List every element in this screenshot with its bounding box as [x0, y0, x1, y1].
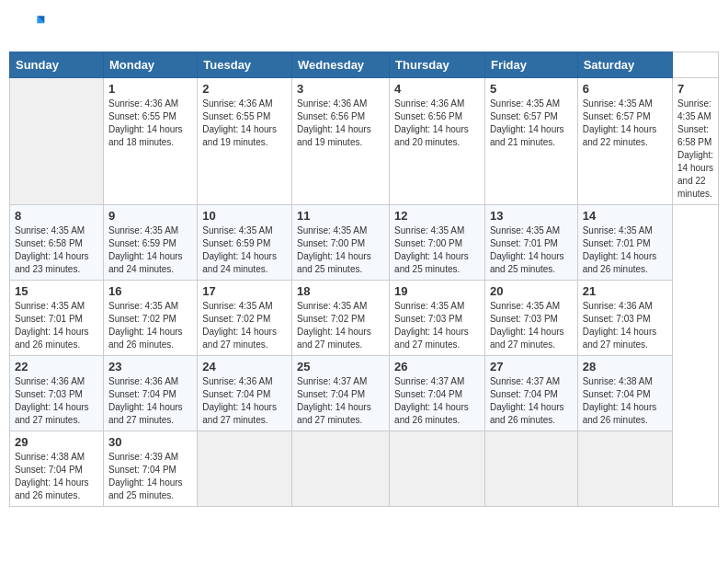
day-cell-15: 15Sunrise: 4:35 AMSunset: 7:01 PMDayligh…: [10, 281, 104, 356]
day-number: 16: [108, 284, 192, 298]
day-cell-12: 12Sunrise: 4:35 AMSunset: 7:00 PMDayligh…: [390, 205, 485, 281]
day-cell-10: 10Sunrise: 4:35 AMSunset: 6:59 PMDayligh…: [198, 205, 292, 281]
day-number: 29: [15, 435, 98, 449]
day-number: 17: [202, 284, 287, 298]
day-cell-24: 24Sunrise: 4:36 AMSunset: 7:04 PMDayligh…: [198, 356, 292, 431]
day-number: 27: [490, 360, 573, 373]
day-number: 1: [108, 82, 192, 96]
day-number: 21: [583, 284, 667, 298]
day-number: 14: [583, 209, 667, 223]
empty-cell: [484, 431, 577, 507]
day-info: Sunrise: 4:38 AMSunset: 7:04 PMDaylight:…: [583, 375, 667, 427]
day-info: Sunrise: 4:36 AMSunset: 6:56 PMDaylight:…: [394, 98, 480, 149]
day-cell-1: 1Sunrise: 4:36 AMSunset: 6:55 PMDaylight…: [103, 78, 197, 205]
day-number: 24: [202, 360, 287, 373]
calendar-week-1: 1Sunrise: 4:36 AMSunset: 6:55 PMDaylight…: [10, 78, 719, 205]
day-cell-3: 3Sunrise: 4:36 AMSunset: 6:56 PMDaylight…: [292, 78, 390, 205]
empty-cell: [390, 431, 485, 507]
day-info: Sunrise: 4:35 AMSunset: 7:02 PMDaylight:…: [202, 300, 287, 351]
day-number: 25: [297, 360, 384, 373]
column-header-saturday: Saturday: [577, 52, 672, 78]
calendar-week-4: 22Sunrise: 4:36 AMSunset: 7:03 PMDayligh…: [10, 356, 719, 431]
day-info: Sunrise: 4:35 AMSunset: 6:58 PMDaylight:…: [677, 98, 713, 201]
day-info: Sunrise: 4:35 AMSunset: 7:03 PMDaylight:…: [490, 300, 573, 351]
day-info: Sunrise: 4:36 AMSunset: 7:03 PMDaylight:…: [583, 300, 667, 351]
calendar-header-row: SundayMondayTuesdayWednesdayThursdayFrid…: [10, 52, 719, 78]
column-header-thursday: Thursday: [390, 52, 485, 78]
day-info: Sunrise: 4:36 AMSunset: 7:03 PMDaylight:…: [15, 375, 98, 427]
day-cell-16: 16Sunrise: 4:35 AMSunset: 7:02 PMDayligh…: [103, 281, 197, 356]
day-info: Sunrise: 4:35 AMSunset: 7:03 PMDaylight:…: [394, 300, 480, 351]
day-number: 19: [394, 284, 480, 298]
day-info: Sunrise: 4:35 AMSunset: 6:59 PMDaylight:…: [108, 224, 192, 276]
day-cell-30: 30Sunrise: 4:39 AMSunset: 7:04 PMDayligh…: [103, 431, 197, 507]
day-number: 11: [297, 209, 384, 223]
day-cell-29: 29Sunrise: 4:38 AMSunset: 7:04 PMDayligh…: [10, 431, 104, 507]
day-cell-7: 7Sunrise: 4:35 AMSunset: 6:58 PMDaylight…: [673, 78, 719, 205]
day-info: Sunrise: 4:35 AMSunset: 7:00 PMDaylight:…: [297, 224, 384, 276]
day-info: Sunrise: 4:36 AMSunset: 6:55 PMDaylight:…: [202, 98, 287, 149]
day-cell-11: 11Sunrise: 4:35 AMSunset: 7:00 PMDayligh…: [292, 205, 390, 281]
day-cell-4: 4Sunrise: 4:36 AMSunset: 6:56 PMDaylight…: [390, 78, 485, 205]
day-info: Sunrise: 4:35 AMSunset: 7:01 PMDaylight:…: [15, 300, 98, 351]
day-number: 6: [583, 82, 667, 96]
day-cell-19: 19Sunrise: 4:35 AMSunset: 7:03 PMDayligh…: [390, 281, 485, 356]
day-number: 2: [202, 82, 287, 96]
day-cell-2: 2Sunrise: 4:36 AMSunset: 6:55 PMDaylight…: [198, 78, 292, 205]
calendar-week-5: 29Sunrise: 4:38 AMSunset: 7:04 PMDayligh…: [10, 431, 719, 507]
day-number: 26: [394, 360, 480, 373]
empty-cell: [198, 431, 292, 507]
day-cell-23: 23Sunrise: 4:36 AMSunset: 7:04 PMDayligh…: [103, 356, 197, 431]
calendar-week-2: 8Sunrise: 4:35 AMSunset: 6:58 PMDaylight…: [10, 205, 719, 281]
column-header-wednesday: Wednesday: [292, 52, 390, 78]
day-number: 23: [108, 360, 192, 373]
day-info: Sunrise: 4:35 AMSunset: 6:58 PMDaylight:…: [15, 224, 98, 276]
empty-cell: [10, 78, 104, 205]
day-number: 20: [490, 284, 573, 298]
day-info: Sunrise: 4:36 AMSunset: 6:56 PMDaylight:…: [297, 98, 384, 149]
day-info: Sunrise: 4:37 AMSunset: 7:04 PMDaylight:…: [394, 375, 480, 427]
day-number: 15: [15, 284, 98, 298]
day-info: Sunrise: 4:38 AMSunset: 7:04 PMDaylight:…: [15, 451, 98, 502]
day-cell-18: 18Sunrise: 4:35 AMSunset: 7:02 PMDayligh…: [292, 281, 390, 356]
day-number: 9: [108, 209, 192, 223]
day-info: Sunrise: 4:35 AMSunset: 6:57 PMDaylight:…: [490, 98, 573, 149]
day-cell-14: 14Sunrise: 4:35 AMSunset: 7:01 PMDayligh…: [577, 205, 672, 281]
column-header-friday: Friday: [484, 52, 577, 78]
day-number: 13: [490, 209, 573, 223]
day-number: 3: [297, 82, 384, 96]
day-info: Sunrise: 4:36 AMSunset: 7:04 PMDaylight:…: [108, 375, 192, 427]
day-info: Sunrise: 4:35 AMSunset: 7:02 PMDaylight:…: [108, 300, 192, 351]
day-info: Sunrise: 4:39 AMSunset: 7:04 PMDaylight:…: [108, 451, 192, 502]
day-cell-6: 6Sunrise: 4:35 AMSunset: 6:57 PMDaylight…: [577, 78, 672, 205]
logo: [17, 13, 50, 42]
column-header-monday: Monday: [103, 52, 197, 78]
empty-cell: [292, 431, 390, 507]
day-info: Sunrise: 4:35 AMSunset: 7:02 PMDaylight:…: [297, 300, 384, 351]
day-number: 30: [108, 435, 192, 449]
day-cell-26: 26Sunrise: 4:37 AMSunset: 7:04 PMDayligh…: [390, 356, 485, 431]
day-cell-20: 20Sunrise: 4:35 AMSunset: 7:03 PMDayligh…: [484, 281, 577, 356]
day-info: Sunrise: 4:35 AMSunset: 7:01 PMDaylight:…: [490, 224, 573, 276]
day-cell-8: 8Sunrise: 4:35 AMSunset: 6:58 PMDaylight…: [10, 205, 104, 281]
day-cell-13: 13Sunrise: 4:35 AMSunset: 7:01 PMDayligh…: [484, 205, 577, 281]
empty-cell: [577, 431, 672, 507]
day-info: Sunrise: 4:35 AMSunset: 6:59 PMDaylight:…: [202, 224, 287, 276]
day-info: Sunrise: 4:35 AMSunset: 7:00 PMDaylight:…: [394, 224, 480, 276]
day-number: 8: [15, 209, 98, 223]
header: [9, 9, 719, 46]
logo-icon: [17, 13, 46, 42]
calendar-week-3: 15Sunrise: 4:35 AMSunset: 7:01 PMDayligh…: [10, 281, 719, 356]
day-info: Sunrise: 4:36 AMSunset: 6:55 PMDaylight:…: [108, 98, 192, 149]
day-info: Sunrise: 4:36 AMSunset: 7:04 PMDaylight:…: [202, 375, 287, 427]
day-number: 5: [490, 82, 573, 96]
day-number: 4: [394, 82, 480, 96]
day-cell-17: 17Sunrise: 4:35 AMSunset: 7:02 PMDayligh…: [198, 281, 292, 356]
day-number: 28: [583, 360, 667, 373]
day-number: 7: [677, 82, 713, 96]
day-number: 22: [15, 360, 98, 373]
column-header-sunday: Sunday: [10, 52, 104, 78]
day-cell-28: 28Sunrise: 4:38 AMSunset: 7:04 PMDayligh…: [577, 356, 672, 431]
day-cell-21: 21Sunrise: 4:36 AMSunset: 7:03 PMDayligh…: [577, 281, 672, 356]
day-cell-22: 22Sunrise: 4:36 AMSunset: 7:03 PMDayligh…: [10, 356, 104, 431]
